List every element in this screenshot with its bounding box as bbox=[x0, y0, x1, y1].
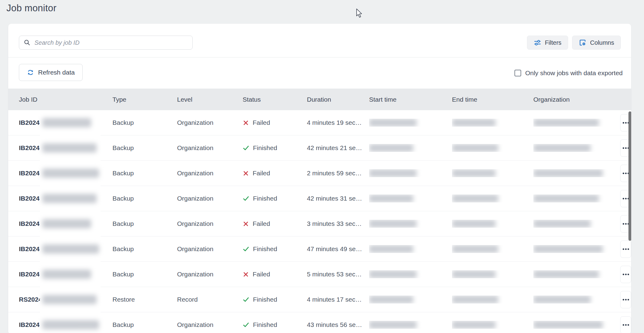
cell-start-time bbox=[369, 119, 452, 127]
table-header: Job ID Type Level Status Duration Start … bbox=[8, 89, 631, 110]
redacted-organization bbox=[533, 169, 603, 177]
cell-start-time bbox=[369, 220, 452, 228]
cell-type: Backup bbox=[112, 119, 177, 126]
redacted-end-time bbox=[452, 144, 498, 152]
status-label: Finished bbox=[253, 144, 277, 152]
cell-organization bbox=[533, 321, 620, 329]
row-actions-button[interactable] bbox=[620, 266, 631, 283]
job-id-prefix: IB2024 bbox=[19, 195, 40, 202]
redacted-job-id-suffix bbox=[42, 321, 99, 328]
cell-actions bbox=[620, 287, 631, 312]
only-exported-label: Only show jobs with data exported bbox=[525, 69, 623, 77]
ellipsis-icon bbox=[623, 299, 624, 300]
filters-button[interactable]: Filters bbox=[527, 36, 568, 50]
row-actions-button[interactable] bbox=[620, 291, 631, 308]
row-actions-button[interactable] bbox=[620, 240, 631, 258]
ellipsis-icon bbox=[623, 122, 624, 124]
cell-start-time bbox=[369, 195, 452, 202]
refresh-data-button[interactable]: Refresh data bbox=[19, 64, 83, 81]
redacted-job-id-suffix bbox=[42, 220, 91, 227]
redacted-organization bbox=[533, 296, 591, 303]
cell-type: Restore bbox=[112, 296, 177, 303]
ellipsis-icon bbox=[623, 274, 624, 275]
cell-start-time bbox=[369, 296, 452, 303]
cell-end-time bbox=[452, 144, 533, 152]
ellipsis-icon bbox=[623, 147, 624, 149]
cell-job-id: IB2024 bbox=[19, 170, 112, 177]
cell-duration: 43 minutes 56 se… bbox=[307, 321, 369, 328]
search-icon bbox=[23, 39, 31, 46]
redacted-job-id-suffix bbox=[42, 271, 91, 278]
finished-check-icon bbox=[243, 195, 249, 202]
cell-start-time bbox=[369, 144, 452, 152]
cell-end-time bbox=[452, 270, 533, 278]
redacted-organization bbox=[533, 119, 599, 127]
table-gear-icon bbox=[579, 39, 586, 47]
table-body: IB2024 Backup Organization Failed 4 minu… bbox=[8, 110, 631, 333]
redacted-end-time bbox=[452, 270, 496, 278]
cell-type: Backup bbox=[112, 144, 177, 152]
redacted-organization bbox=[533, 195, 599, 202]
table-row: IB2024 Backup Organization Finished 42 m… bbox=[8, 135, 631, 161]
job-id-prefix: IB2024 bbox=[19, 321, 40, 328]
cell-end-time bbox=[452, 119, 533, 127]
mouse-cursor-arrow bbox=[356, 9, 364, 19]
status-label: Failed bbox=[253, 271, 270, 278]
cell-duration: 3 minutes 33 sec… bbox=[307, 220, 369, 227]
finished-check-icon bbox=[243, 296, 249, 303]
cell-type: Backup bbox=[112, 195, 177, 202]
cell-status: Failed bbox=[243, 119, 307, 126]
cell-level: Organization bbox=[177, 119, 243, 126]
cell-end-time bbox=[452, 169, 533, 177]
redacted-job-id-suffix bbox=[42, 296, 97, 303]
ellipsis-icon bbox=[623, 223, 624, 225]
sliders-icon bbox=[534, 39, 541, 47]
row-actions-button[interactable] bbox=[620, 316, 631, 333]
search-box[interactable] bbox=[19, 36, 193, 50]
status-label: Finished bbox=[253, 195, 277, 202]
cell-duration: 42 minutes 21 se… bbox=[307, 144, 369, 152]
redacted-start-time bbox=[369, 296, 413, 303]
redacted-job-id-suffix bbox=[42, 195, 97, 202]
cell-organization bbox=[533, 245, 620, 253]
cell-level: Organization bbox=[177, 245, 243, 253]
job-id-prefix: IB2024 bbox=[19, 144, 40, 151]
cell-type: Backup bbox=[112, 170, 177, 177]
table-row: IB2024 Backup Organization Failed 4 minu… bbox=[8, 110, 631, 135]
job-monitor-card: Filters Columns bbox=[8, 24, 631, 333]
cell-start-time bbox=[369, 321, 452, 329]
cell-job-id: IB2024 bbox=[19, 245, 112, 253]
redacted-job-id-suffix bbox=[42, 245, 99, 253]
redacted-start-time bbox=[369, 245, 413, 253]
cell-type: Backup bbox=[112, 321, 177, 328]
ellipsis-icon bbox=[623, 324, 624, 326]
only-exported-checkbox[interactable] bbox=[514, 70, 521, 76]
cell-start-time bbox=[369, 270, 452, 278]
cell-end-time bbox=[452, 220, 533, 228]
table-row: IB2024 Backup Organization Failed 3 minu… bbox=[8, 211, 631, 237]
status-label: Finished bbox=[253, 321, 277, 328]
failed-x-icon bbox=[243, 221, 249, 227]
table-row: IB2024 Backup Organization Failed 5 minu… bbox=[8, 262, 631, 287]
refresh-button-label: Refresh data bbox=[38, 69, 75, 76]
toolbar-secondary: Refresh data Only show jobs with data ex… bbox=[8, 58, 631, 89]
columns-button[interactable]: Columns bbox=[572, 36, 621, 50]
cell-level: Organization bbox=[177, 170, 243, 177]
redacted-organization bbox=[533, 270, 599, 278]
status-label: Failed bbox=[253, 119, 270, 126]
cell-start-time bbox=[369, 169, 452, 177]
column-header-job-id: Job ID bbox=[19, 96, 112, 103]
job-id-prefix: IB2024 bbox=[19, 119, 40, 126]
cell-end-time bbox=[452, 321, 533, 329]
redacted-start-time bbox=[369, 119, 417, 127]
search-input[interactable] bbox=[34, 39, 188, 46]
table-row: IB2024 Backup Organization Finished 43 m… bbox=[8, 312, 631, 333]
cell-type: Backup bbox=[112, 245, 177, 253]
vertical-scrollbar-thumb[interactable] bbox=[628, 111, 631, 241]
ellipsis-icon bbox=[623, 198, 624, 199]
cell-status: Failed bbox=[243, 170, 307, 177]
cell-status: Finished bbox=[243, 245, 307, 253]
page-title: Job monitor bbox=[6, 3, 56, 14]
export-filter-group: Only show jobs with data exported bbox=[514, 58, 623, 89]
job-id-prefix: IB2024 bbox=[19, 170, 40, 177]
